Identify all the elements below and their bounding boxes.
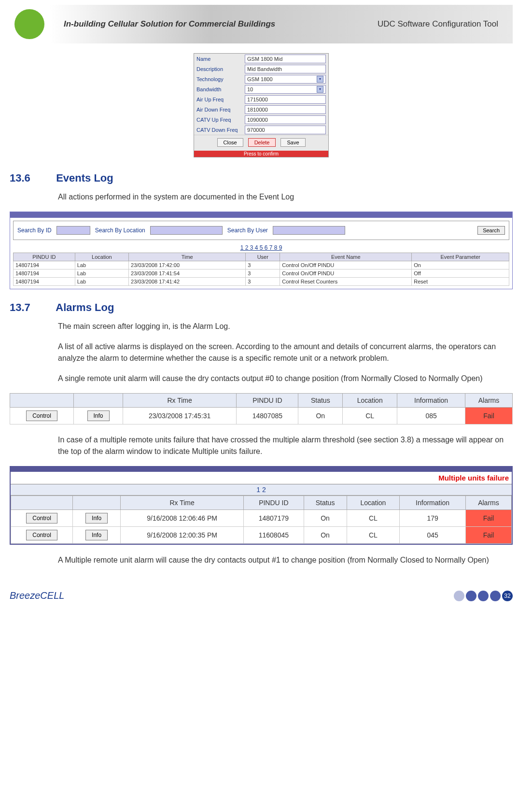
events-col-5: Event Parameter [412,253,509,261]
events-col-2: Time [129,253,246,261]
cfg-label-catvdown: CATV Down Freq [196,127,245,133]
search-by-location-label: Search By Location [95,227,145,234]
control-button[interactable]: Control [26,530,57,540]
footer-dots: 32 [454,591,513,601]
search-button[interactable]: Search [477,226,505,235]
alarm-single-table: Rx TimePINDU ID StatusLocation Informati… [10,393,513,424]
control-button[interactable]: Control [26,410,57,421]
chevron-down-icon: ▾ [317,86,323,93]
fail-badge: Fail [465,408,513,424]
chevron-down-icon: ▾ [317,76,323,83]
section-137-title: Alarms Log [56,301,114,313]
config-form: NameGSM 1800 Mid DescriptionMid Bandwidt… [194,53,329,157]
events-col-0: PINDU ID [14,253,75,261]
cfg-select-technology[interactable]: GSM 1800▾ [245,75,326,84]
fail-badge: Fail [465,510,511,527]
section-137-p1: The main screen after logging in, is the… [58,321,513,332]
events-log-frame: Search By ID Search By Location Search B… [10,212,513,289]
alarm-header-row: Rx TimePINDU ID StatusLocation Informati… [10,394,513,408]
cfg-label-technology: Technology [196,76,245,82]
search-by-user-label: Search By User [227,227,268,234]
events-col-1: Location [75,253,128,261]
section-136-para: All actions performed in the system are … [58,191,513,203]
delete-button[interactable]: Delete [248,138,276,147]
table-row: 14807194Lab23/03/2008 17:41:423Control R… [14,278,509,286]
section-137-p5: A Multiple remote unit alarm will cause … [58,554,513,566]
section-136-title: Events Log [56,172,113,184]
info-button[interactable]: Info [87,410,110,421]
save-button[interactable]: Save [280,138,305,147]
section-137-num: 13.7 [10,301,53,314]
cfg-input-catvup[interactable]: 1090000 [245,115,326,124]
cfg-input-description[interactable]: Mid Bandwidth [245,65,326,73]
cfg-input-catvdown[interactable]: 970000 [245,126,326,134]
logo-circle [14,9,44,39]
fail-badge: Fail [465,527,511,544]
dot-icon [466,591,476,601]
table-row: Control Info 9/16/2008 12:06:46 PM148071… [11,510,512,527]
multiple-failure-warning: Multiple units failure [11,472,512,484]
search-by-user-input[interactable] [273,226,345,235]
section-136-num: 13.6 [10,172,53,184]
dot-icon [478,591,489,601]
section-137-p4: In case of a multiple remote units failu… [58,434,513,457]
footer-brand: BreezeCELL [10,590,64,601]
close-button[interactable]: Close [217,138,243,147]
cfg-label-airdown: Air Down Freq [196,107,245,113]
info-button[interactable]: Info [85,513,108,523]
alarm-multi-pager[interactable]: 1 2 [11,484,512,495]
section-137-p2: A list of all active alarms is displayed… [58,341,513,364]
confirm-hint: Press to confirm [194,151,328,157]
cfg-select-bandwidth[interactable]: 10▾ [245,85,326,94]
section-136-heading: 13.6 Events Log [10,172,513,184]
page-header: In-building Cellular Solution for Commer… [10,5,513,43]
table-row: 14807194Lab23/03/2008 17:42:003Control O… [14,261,509,269]
section-137-p3: A single remote unit alarm will cause th… [58,373,513,384]
info-button[interactable]: Info [85,530,108,540]
table-row: Control Info 23/03/2008 17:45:3114807085… [10,408,513,424]
cfg-label-catvup: CATV Up Freq [196,117,245,123]
cfg-label-name: Name [196,56,245,62]
alarm-multi-table: Rx TimePINDU ID StatusLocation Informati… [11,495,512,544]
events-col-4: Event Name [280,253,412,261]
events-col-3: User [246,253,280,261]
header-right-title: UDC Software Configuration Tool [378,19,498,29]
alarm-header-row: Rx TimePINDU ID StatusLocation Informati… [11,496,512,510]
page-number: 32 [502,591,513,601]
search-by-id-input[interactable] [56,226,90,235]
control-button[interactable]: Control [26,513,57,523]
events-table: PINDU ID Location Time User Event Name E… [13,253,509,286]
events-header-row: PINDU ID Location Time User Event Name E… [14,253,509,261]
dot-icon [454,591,464,601]
page-footer: BreezeCELL 32 [10,590,513,601]
cfg-label-airup: Air Up Freq [196,97,245,102]
search-by-location-input[interactable] [150,226,223,235]
cfg-label-description: Description [196,66,245,72]
cfg-input-airup[interactable]: 1715000 [245,95,326,104]
alarm-multi-block: Multiple units failure 1 2 Rx TimePINDU … [10,466,513,545]
cfg-label-bandwidth: Bandwidth [196,86,245,92]
cfg-input-airdown[interactable]: 1810000 [245,105,326,114]
events-search-bar: Search By ID Search By Location Search B… [13,221,509,240]
header-left-title: In-building Cellular Solution for Commer… [64,19,378,29]
cfg-input-name[interactable]: GSM 1800 Mid [245,55,326,63]
alarm-multi-titlebar [11,467,512,472]
dot-icon [490,591,501,601]
table-row: 14807194Lab23/03/2008 17:41:543Control O… [14,269,509,278]
search-by-id-label: Search By ID [17,227,52,234]
section-137-heading: 13.7 Alarms Log [10,301,513,314]
events-titlebar [10,212,512,218]
events-pager[interactable]: 1 2 3 4 5 6 7 8 9 [10,243,512,253]
table-row: Control Info 9/16/2008 12:00:35 PM116080… [11,527,512,544]
